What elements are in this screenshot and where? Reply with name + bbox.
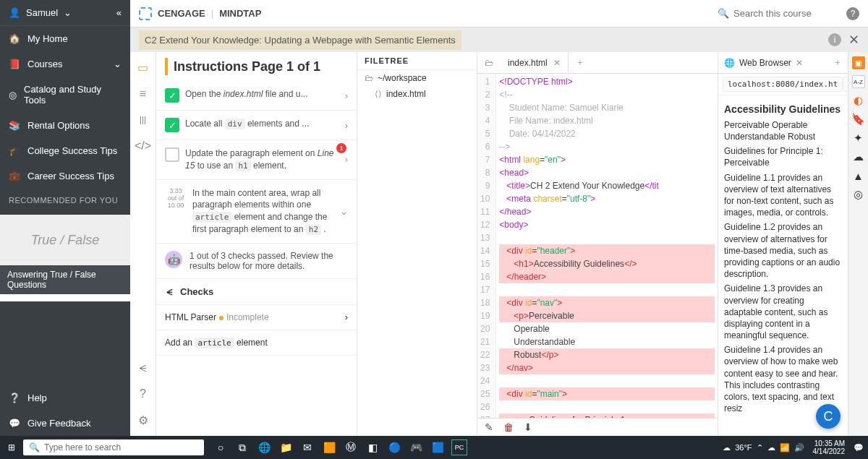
steam-icon[interactable]: 🎮	[408, 439, 424, 455]
chart-icon[interactable]: ⫼	[137, 113, 149, 126]
onedrive-icon[interactable]: ☁	[767, 443, 775, 452]
chevron-down-icon: ⌄	[64, 7, 72, 18]
info-icon[interactable]: i	[828, 33, 841, 46]
cloud-icon[interactable]: ☁	[852, 150, 865, 163]
step-text: Update the paragraph element on Line 15 …	[185, 147, 339, 172]
download-icon[interactable]: ⬇	[524, 421, 532, 433]
nav-feedback[interactable]: 💬Give Feedback	[0, 411, 130, 436]
step-text: In the main content area, wrap all parag…	[192, 187, 334, 236]
gear-icon[interactable]: ⚙	[138, 413, 148, 427]
rss-icon[interactable]: ▣	[852, 56, 865, 69]
flame-icon[interactable]: ◐	[852, 94, 865, 107]
edge-icon[interactable]: 🌐	[256, 439, 272, 455]
az-icon[interactable]: A-Z	[852, 75, 865, 88]
vscode-icon[interactable]: 🟦	[430, 439, 446, 455]
pc-icon[interactable]: PC	[451, 439, 467, 455]
plus-icon[interactable]: ＋	[827, 56, 848, 69]
step-2[interactable]: ✓ Locate all div elements and ... ›	[156, 111, 357, 140]
clock[interactable]: 10:35 AM 4/14/2022	[813, 439, 846, 455]
help-circle-icon[interactable]: ?	[846, 7, 859, 20]
tray-chevron-icon[interactable]: ⌃	[757, 443, 763, 452]
sparkle-icon[interactable]: ✦	[852, 132, 865, 145]
doc-nav: Perceivable Operable Understandable Robu…	[724, 119, 842, 142]
delete-icon[interactable]: 🗑	[503, 421, 514, 433]
question-icon[interactable]: ?	[140, 387, 146, 400]
cortana-icon[interactable]: ○	[213, 439, 229, 455]
taskbar-search-input[interactable]	[44, 442, 198, 452]
share-icon[interactable]: ⪪	[137, 361, 149, 374]
date-text: 4/14/2022	[813, 447, 846, 455]
step-1[interactable]: ✓ Open the index.html file and u... ›	[156, 81, 357, 111]
office-icon[interactable]: 🟧	[321, 439, 337, 455]
taskbar-search[interactable]: 🔍	[23, 439, 204, 455]
card-cover: True / False	[0, 215, 130, 265]
chrome-icon[interactable]: 🔵	[386, 439, 402, 455]
nav-my-home[interactable]: 🏠My Home	[0, 26, 130, 51]
nav-catalog[interactable]: ◎Catalog and Study Tools	[0, 77, 130, 113]
list-icon[interactable]: ≡	[140, 87, 146, 100]
filetree-root[interactable]: 🗁~/workspace	[357, 70, 477, 86]
filetree-file[interactable]: ⟨⟩index.html	[357, 86, 477, 102]
line-gutter: 1234567891011121314151617181920212223242…	[477, 74, 496, 418]
check-article[interactable]: Add an article element	[156, 330, 357, 356]
briefcase-icon: 💼	[9, 171, 20, 181]
nav-courses[interactable]: 📕Courses⌄	[0, 51, 130, 77]
step-3[interactable]: Update the paragraph element on Line 15 …	[156, 140, 357, 180]
code-icon[interactable]: </>	[135, 140, 151, 153]
browser-tab[interactable]: 🌐 Web Browser ✕	[718, 58, 827, 68]
compass-icon: ◎	[9, 90, 17, 100]
plus-icon: ＋	[576, 56, 584, 69]
nav-help[interactable]: ❔Help	[0, 385, 130, 411]
nav-label: Catalog and Study Tools	[24, 84, 122, 106]
editor-tab[interactable]: index.html ✕	[501, 52, 569, 73]
step-score: 3.33 out of 10.00	[165, 187, 187, 236]
close-tab-icon[interactable]: ✕	[796, 58, 803, 68]
folder-icon: 🗁	[477, 58, 501, 68]
step-4[interactable]: 3.33 out of 10.00 In the main content ar…	[156, 180, 357, 244]
wifi-icon[interactable]: 📶	[780, 443, 790, 452]
system-tray[interactable]: ☁ 36°F ⌃ ☁ 📶 🔊 10:35 AM 4/14/2022 💬	[723, 439, 864, 455]
edit-icon[interactable]: ✎	[485, 421, 493, 433]
start-button[interactable]: ⊞	[4, 440, 19, 455]
assignment-bar: C2 Extend Your Knowledge: Updating a Web…	[130, 27, 868, 52]
volume-icon[interactable]: 🔊	[794, 443, 804, 452]
folder-name: ~/workspace	[378, 73, 427, 83]
app-icon[interactable]: ◧	[365, 439, 380, 455]
course-search[interactable]: 🔍 ?	[718, 7, 859, 20]
checks-label: Checks	[180, 286, 213, 297]
check-html-parser[interactable]: HTML ParserIncomplete ›	[156, 305, 357, 330]
nav-career-tips[interactable]: 💼Career Success Tips	[0, 163, 130, 189]
mail-icon[interactable]: ✉	[299, 439, 315, 455]
instructions-icon[interactable]: ▭	[137, 61, 148, 74]
editor-footer: ✎ 🗑 ⬇	[477, 418, 718, 436]
assistant-button[interactable]: C	[816, 404, 841, 429]
taskview-icon[interactable]: ⧉	[234, 439, 250, 455]
user-menu[interactable]: 👤Samuel⌄ «	[0, 0, 130, 26]
close-icon[interactable]: ✕	[848, 32, 859, 48]
nav-college-tips[interactable]: 🎓College Success Tips	[0, 138, 130, 163]
search-icon: 🔍	[29, 442, 40, 452]
doc-para: Guideline 1.2 provides an overview of al…	[724, 221, 842, 280]
close-tab-icon[interactable]: ✕	[553, 58, 561, 68]
gmail-icon[interactable]: Ⓜ	[343, 439, 359, 455]
nav-rental[interactable]: 📚Rental Options	[0, 113, 130, 138]
notifications-icon[interactable]: 💬	[854, 443, 864, 452]
new-tab-button[interactable]: ＋	[569, 52, 592, 73]
explorer-icon[interactable]: 📁	[278, 439, 294, 455]
recommended-card[interactable]: True / False Answering True / False Ques…	[0, 215, 130, 301]
search-input[interactable]	[733, 8, 835, 19]
bookmark-icon[interactable]: 🔖	[852, 113, 865, 126]
url-text[interactable]: localhost:8080/index.ht	[723, 77, 843, 92]
filetree-panel: FILETREE 🗁~/workspace ⟨⟩index.html	[357, 52, 477, 436]
folder-icon: 🗁	[365, 73, 373, 83]
chevron-down-icon: ⌄	[340, 206, 348, 217]
editor-tabs: 🗁 index.html ✕ ＋	[477, 52, 718, 74]
code-area[interactable]: 1234567891011121314151617181920212223242…	[477, 74, 718, 418]
target-icon[interactable]: ◎	[852, 188, 865, 201]
right-rail: ▣ A-Z ◐ 🔖 ✦ ☁ ▲ ◎	[848, 52, 868, 436]
activity-rail: ▭ ≡ ⫼ </> ⪪ ? ⚙	[130, 52, 156, 436]
drive-icon[interactable]: ▲	[852, 169, 865, 182]
code-lines[interactable]: <!DOCTYPE html><!-- Student Name: Samuel…	[496, 74, 718, 418]
collapse-icon[interactable]: «	[116, 7, 122, 18]
robot-icon: 🤖	[165, 251, 182, 268]
